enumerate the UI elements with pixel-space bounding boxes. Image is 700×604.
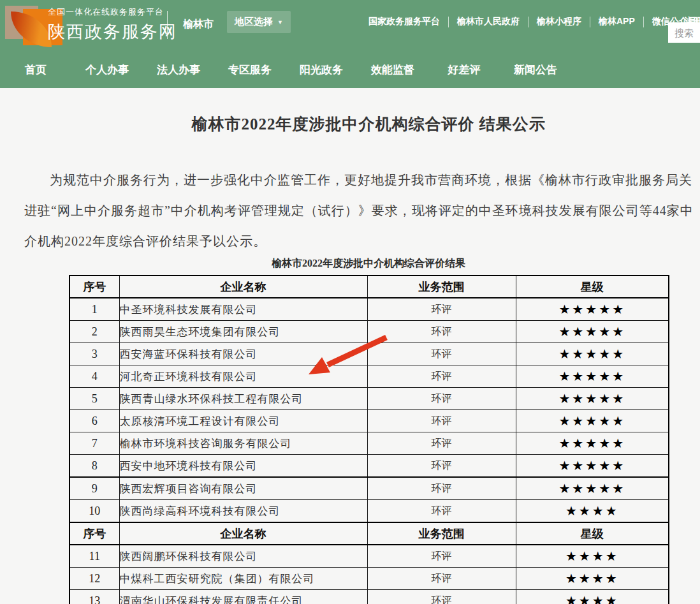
announcement-paragraph: 为规范中介服务行为，进一步强化中介监管工作，更好地提升我市营商环境，根据《榆林市… — [0, 165, 700, 256]
header-link[interactable]: 榆林APP — [599, 16, 635, 27]
header-link[interactable]: 榆林小程序 — [537, 16, 581, 27]
cell-stars: ★★★★★ — [516, 298, 669, 321]
top-links: 国家政务服务平台榆林市人民政府榆林小程序榆林APP微信公众号 — [368, 16, 697, 27]
cell-stars: ★★★★★ — [516, 343, 669, 365]
cell-no: 10 — [69, 500, 119, 523]
table-row: 3西安海蓝环保科技有限公司环评★★★★★ — [69, 343, 669, 365]
cell-no: 1 — [69, 298, 119, 321]
cell-no: 12 — [69, 568, 119, 590]
cell-scope: 环评 — [367, 321, 516, 343]
cell-name: 太原核清环境工程设计有限公司 — [119, 410, 367, 432]
divider — [528, 17, 529, 27]
nav-item[interactable]: 好差评 — [428, 63, 500, 77]
cell-stars: ★★★★★ — [516, 432, 669, 455]
divider — [448, 17, 449, 27]
nav-item[interactable]: 效能监督 — [357, 63, 428, 77]
cell-stars: ★★★★★ — [516, 477, 669, 500]
cell-no: 9 — [69, 477, 119, 500]
cell-no: 5 — [69, 388, 119, 410]
cell-scope: 环评 — [367, 298, 516, 321]
cell-name: 陕西尚绿高科环境科技有限公司 — [119, 500, 367, 523]
site-header: 全国一体化在线政务服务平台 陕西政务服务网 榆林市 地区选择 ▼ 国家政务服务平… — [0, 0, 700, 88]
cell-no: 2 — [69, 321, 119, 343]
site-name: 陕西政务服务网 — [48, 20, 177, 43]
cell-stars: ★★★★★ — [516, 410, 669, 432]
column-header: 企业名称 — [119, 276, 367, 298]
current-city-link[interactable]: 榆林市 — [183, 18, 214, 31]
cell-scope: 环评 — [367, 432, 516, 455]
cell-no: 4 — [69, 365, 119, 388]
cell-scope: 环评 — [367, 388, 516, 410]
cell-scope: 环评 — [367, 455, 516, 478]
results-table: 序号企业名称业务范围星级1中圣环境科技发展有限公司环评★★★★★2陕西雨昊生态环… — [69, 275, 669, 604]
paragraph-line: 介机构2022年度综合评价结果予以公示。 — [24, 226, 700, 256]
cell-stars: ★★★★★ — [516, 321, 669, 343]
cell-no: 11 — [69, 545, 119, 568]
table-row: 13渭南华山环保科技发展有限责任公司环评★★★★ — [69, 590, 669, 604]
brand-block: 全国一体化在线政务服务平台 陕西政务服务网 — [48, 6, 177, 43]
cell-stars: ★★★★ — [516, 545, 669, 568]
cell-name: 陕西雨昊生态环境集团有限公司 — [119, 321, 367, 343]
table-row: 8西安中地环境科技有限公司环评★★★★★ — [69, 455, 669, 478]
cell-stars: ★★★★ — [516, 590, 669, 604]
nav-item[interactable]: 新闻公告 — [500, 63, 571, 77]
table-header-row: 序号企业名称业务范围星级 — [69, 522, 669, 545]
table-row: 2陕西雨昊生态环境集团有限公司环评★★★★★ — [69, 321, 669, 343]
nav-item[interactable]: 个人办事 — [71, 63, 143, 77]
cell-scope: 环评 — [367, 343, 516, 365]
table-row: 7榆林市环境科技咨询服务有限公司环评★★★★★ — [69, 432, 669, 455]
divider — [167, 11, 168, 39]
column-header: 业务范围 — [367, 522, 516, 545]
cell-scope: 环评 — [367, 500, 516, 523]
table-row: 4河北奇正环境科技有限公司环评★★★★★ — [69, 365, 669, 388]
header-link[interactable]: 榆林市人民政府 — [457, 16, 520, 27]
cell-name: 陕西阔鹏环保科技有限公司 — [119, 545, 367, 568]
paragraph-line: 为规范中介服务行为，进一步强化中介监管工作，更好地提升我市营商环境，根据《榆林市… — [24, 165, 700, 195]
chevron-down-icon: ▼ — [277, 19, 283, 26]
header-link[interactable]: 国家政务服务平台 — [368, 16, 440, 27]
cell-no: 6 — [69, 410, 119, 432]
cell-scope: 环评 — [367, 590, 516, 604]
column-header: 星级 — [516, 276, 669, 298]
cell-no: 13 — [69, 590, 119, 604]
cell-no: 7 — [69, 432, 119, 455]
cell-stars: ★★★★ — [516, 568, 669, 590]
nav-item[interactable]: 阳光政务 — [286, 63, 357, 77]
table-row: 10陕西尚绿高科环境科技有限公司环评★★★★ — [69, 500, 669, 523]
cell-stars: ★★★★★ — [516, 388, 669, 410]
table-row: 11陕西阔鹏环保科技有限公司环评★★★★ — [69, 545, 669, 568]
cell-no: 3 — [69, 343, 119, 365]
announcement-document: 榆林市2022年度涉批中介机构综合评价 结果公示 为规范中介服务行为，进一步强化… — [0, 88, 700, 604]
cell-name: 河北奇正环境科技有限公司 — [119, 365, 367, 388]
cell-stars: ★★★★ — [516, 500, 669, 523]
cell-no: 8 — [69, 455, 119, 478]
platform-tagline: 全国一体化在线政务服务平台 — [48, 6, 177, 18]
column-header: 企业名称 — [119, 522, 367, 545]
cell-scope: 环评 — [367, 545, 516, 568]
cell-stars: ★★★★★ — [516, 455, 669, 478]
nav-item[interactable]: 法人办事 — [143, 63, 214, 77]
table-row: 5陕西青山绿水环保科技工程有限公司环评★★★★★ — [69, 388, 669, 410]
search-input[interactable] — [668, 22, 700, 43]
cell-name: 陕西青山绿水环保科技工程有限公司 — [119, 388, 367, 410]
cell-scope: 环评 — [367, 365, 516, 388]
region-selector-label: 地区选择 — [235, 16, 273, 28]
nav-item[interactable]: 专区服务 — [214, 63, 286, 77]
cell-scope: 环评 — [367, 568, 516, 590]
cell-name: 陕西宏辉项目咨询有限公司 — [119, 477, 367, 500]
cell-name: 渭南华山环保科技发展有限责任公司 — [119, 590, 367, 604]
region-selector-button[interactable]: 地区选择 ▼ — [227, 11, 291, 33]
column-header: 序号 — [69, 522, 119, 545]
cell-stars: ★★★★★ — [516, 365, 669, 388]
paragraph-line: 进驻“网上中介服务超市”中介机构考评管理规定（试行）》要求，现将评定的中圣环境科… — [24, 195, 700, 226]
header-top-row: 全国一体化在线政务服务平台 陕西政务服务网 榆林市 地区选择 ▼ 国家政务服务平… — [0, 0, 700, 51]
divider — [643, 17, 644, 27]
column-header: 星级 — [516, 522, 669, 545]
table-row: 1中圣环境科技发展有限公司环评★★★★★ — [69, 298, 669, 321]
column-header: 序号 — [69, 276, 119, 298]
nav-item[interactable]: 首页 — [0, 63, 71, 77]
cell-name: 西安海蓝环保科技有限公司 — [119, 343, 367, 365]
table-caption: 榆林市2022年度涉批中介机构综合评价结果 — [0, 257, 700, 270]
cell-name: 西安中地环境科技有限公司 — [119, 455, 367, 478]
column-header: 业务范围 — [367, 276, 516, 298]
